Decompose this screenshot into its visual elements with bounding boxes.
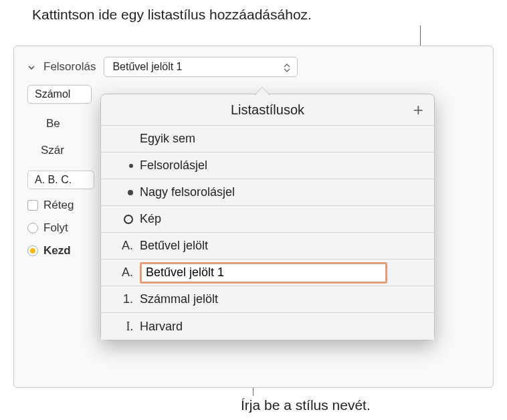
item-label: Harvard — [140, 320, 422, 334]
list-item-bullet[interactable]: Felsorolásjel — [101, 152, 434, 179]
marker-letter: A. — [120, 266, 140, 280]
szamol-field[interactable]: Számol — [27, 85, 92, 104]
list-item-numbered[interactable]: 1. Számmal jelölt — [101, 286, 434, 313]
popover-list: Egyik sem Felsorolásjel Nagy felsorolásj… — [101, 125, 434, 340]
checkbox-icon — [27, 200, 38, 211]
item-label: Felsorolásjel — [140, 159, 422, 173]
item-label: Kép — [140, 212, 422, 226]
callout-add-style: Kattintson ide egy listastílus hozzáadás… — [32, 7, 312, 23]
abc-format-chip[interactable]: A. B. C. — [27, 171, 94, 189]
list-style-dropdown[interactable]: Betűvel jelölt 1 — [104, 57, 298, 77]
add-list-style-button[interactable]: + — [413, 101, 423, 118]
item-label: Betűvel jelölt — [140, 239, 422, 253]
chevron-down-icon[interactable] — [27, 61, 35, 73]
big-bullet-icon — [120, 185, 140, 199]
callout-type-name: Írja be a stílus nevét. — [241, 397, 371, 413]
list-item-lettered[interactable]: A. Betűvel jelölt — [101, 233, 434, 259]
marker-number: 1. — [120, 292, 140, 306]
marker-letter: A. — [120, 239, 140, 253]
popover-title: Listastílusok — [231, 102, 304, 118]
bullet-icon — [120, 159, 140, 173]
style-name-input[interactable] — [140, 262, 387, 284]
item-label: Egyik sem — [140, 132, 422, 146]
abc-format-text: A. B. C. — [35, 174, 72, 186]
szamol-text: Számol — [35, 88, 70, 100]
list-item-harvard[interactable]: I. Harvard — [101, 313, 434, 340]
folyt-label: Folyt — [43, 221, 68, 235]
radio-icon — [27, 223, 38, 233]
radio-selected-icon — [27, 245, 38, 256]
list-item-lettered-1-edit[interactable]: A. — [101, 259, 434, 286]
item-label: Nagy felsorolásjel — [140, 185, 422, 199]
updown-caret-icon — [281, 60, 293, 75]
popover-header: Listastílusok + — [101, 94, 434, 125]
image-bullet-icon — [120, 212, 140, 226]
reteg-label: Réteg — [43, 199, 74, 212]
list-style-selected: Betűvel jelölt 1 — [112, 61, 182, 73]
list-style-row: Felsorolás Betűvel jelölt 1 — [27, 57, 480, 77]
kezd-label: Kezd — [43, 244, 71, 257]
list-item-image[interactable]: Kép — [101, 206, 434, 233]
item-label: Számmal jelölt — [140, 292, 422, 306]
felsorolas-label: Felsorolás — [43, 60, 96, 74]
list-item-big-bullet[interactable]: Nagy felsorolásjel — [101, 179, 434, 206]
list-styles-popover: Listastílusok + Egyik sem Felsorolásjel … — [100, 94, 435, 340]
marker-roman: I. — [120, 320, 140, 334]
list-item-none[interactable]: Egyik sem — [101, 126, 434, 152]
